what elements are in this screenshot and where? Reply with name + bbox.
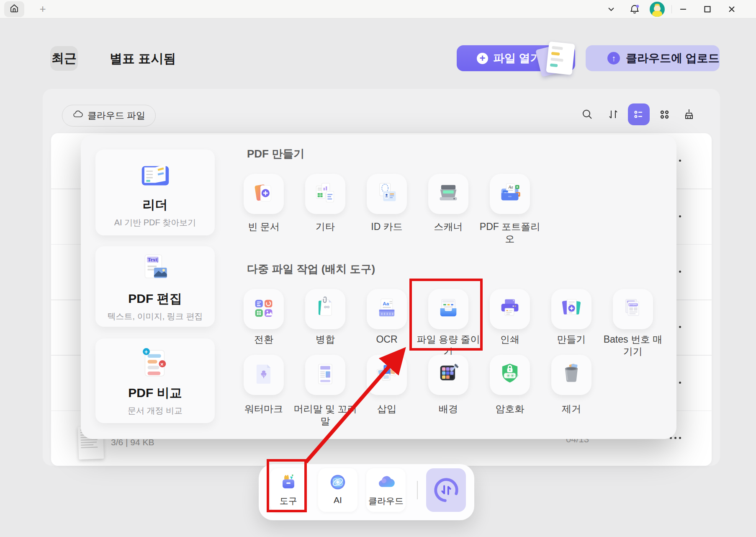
tool-background[interactable] [428, 355, 468, 395]
dock-item-tools[interactable]: 도구 [270, 468, 307, 512]
scanner-icon [436, 181, 461, 207]
tool-compress[interactable] [428, 289, 468, 329]
ocr-icon: Aa [374, 296, 399, 323]
mode-card-subtitle: AI 기반 PDF 찾아보기 [114, 217, 196, 228]
new-tab-button[interactable]: + [37, 3, 49, 15]
tool-label-print: 인쇄 [476, 333, 543, 346]
tool-blank-doc[interactable] [244, 174, 284, 214]
tab-starred[interactable]: 별표 표시됨 [110, 51, 176, 66]
tool-label-convert: 전환 [230, 333, 297, 346]
cloud-files-button[interactable]: 클라우드 파일 [62, 105, 156, 127]
tool-others[interactable] [305, 174, 345, 214]
tool-label-background: 배경 [415, 403, 482, 415]
svg-text:Text|: Text| [147, 257, 158, 263]
header-footer-icon [313, 361, 338, 388]
notifications-bell-icon[interactable] [625, 0, 644, 18]
dock-item-ai[interactable]: AI [318, 468, 357, 512]
bates-icon: 000123 [620, 296, 645, 323]
tool-label-scanner: 스캐너 [415, 221, 482, 233]
tool-scanner[interactable] [428, 174, 468, 214]
svg-text:✳✳✳: ✳✳✳ [506, 373, 519, 378]
tool-merge[interactable] [305, 289, 345, 329]
mode-card-title: 리더 [143, 196, 168, 214]
titlebar-separator [671, 5, 672, 13]
tool-label-merge: 병합 [292, 333, 359, 346]
remove-icon [559, 361, 584, 388]
mode-card-edit[interactable]: Text|PDF 편집텍스트, 이미지, 링크 편집 [95, 246, 215, 327]
tool-label-create: 만들기 [538, 333, 605, 346]
tool-ocr[interactable]: Aa [367, 289, 407, 329]
clean-broom-icon[interactable] [678, 103, 700, 125]
background-icon [436, 361, 461, 388]
tool-label-compress: 파일 용량 줄이기 [415, 333, 482, 358]
tool-label-blank-doc: 빈 문서 [230, 221, 297, 233]
tool-label-portfolio: PDF 포트폴리오 [476, 221, 543, 245]
id-card-icon [374, 181, 399, 207]
tool-label-encrypt: 암호화 [476, 403, 543, 415]
svg-text:000123: 000123 [630, 304, 638, 306]
create-icon [559, 296, 584, 323]
dock-item-cloud[interactable]: 클라우드 [366, 468, 406, 512]
close-button[interactable] [723, 0, 741, 18]
minimize-button[interactable] [674, 0, 692, 18]
row-menu-dots[interactable] [670, 437, 687, 441]
tool-convert[interactable] [244, 289, 284, 329]
search-icon[interactable] [576, 103, 598, 125]
cloud-files-label: 클라우드 파일 [87, 109, 145, 122]
svg-text:+: + [144, 349, 147, 355]
dock-item-label: AI [334, 495, 342, 505]
tool-create[interactable] [551, 289, 591, 329]
tool-label-ocr: OCR [353, 333, 420, 346]
tool-insert[interactable] [367, 355, 407, 395]
tool-encrypt[interactable]: ✳✳✳ [490, 355, 530, 395]
list-view-button[interactable] [628, 103, 650, 125]
tool-bates[interactable]: 000123 [613, 289, 653, 329]
titlebar: + [0, 0, 756, 18]
tool-id-card[interactable] [367, 174, 407, 214]
mode-card-subtitle: 텍스트, 이미지, 링크 편집 [108, 311, 203, 322]
tool-label-insert: 삽입 [353, 403, 420, 415]
sync-sort-button[interactable] [426, 468, 466, 512]
open-file-button[interactable]: + 파일 열기 [457, 45, 575, 71]
cloud-icon [376, 472, 396, 493]
upload-to-cloud-label: 클라우드에 업로드 [626, 51, 720, 66]
reader-icon [137, 157, 173, 193]
dock-item-label: 도구 [280, 495, 297, 507]
convert-icon [251, 296, 276, 323]
dock-separator [417, 481, 418, 499]
bottom-dock: 도구AI클라우드 [259, 464, 474, 520]
mode-card-compare[interactable]: +×PDF 비교문서 개정 비교 [95, 338, 215, 423]
svg-text:X: X [516, 185, 518, 189]
upload-to-cloud-button[interactable]: ↑ 클라우드에 업로드 [586, 45, 720, 71]
tool-label-bates: Bates 번호 매기기 [599, 333, 666, 358]
mode-card-subtitle: 문서 개정 비교 [128, 405, 183, 416]
tool-label-others: 기타 [292, 221, 359, 233]
tool-portfolio[interactable]: AaWXP [490, 174, 530, 214]
plus-circle-icon: + [477, 53, 488, 64]
encrypt-icon: ✳✳✳ [497, 361, 522, 388]
compress-icon [436, 296, 461, 323]
section-title: 다중 파일 작업 (배치 도구) [247, 262, 375, 276]
tools-icon [279, 472, 298, 493]
upload-arrow-icon: ↑ [607, 52, 620, 65]
edit-icon: Text| [137, 251, 173, 287]
svg-text:Aa: Aa [383, 301, 389, 306]
mode-card-reader[interactable]: 리더AI 기반 PDF 찾아보기 [95, 150, 215, 235]
chevron-down-icon[interactable] [602, 0, 620, 18]
svg-text:Aa: Aa [508, 185, 513, 189]
maximize-button[interactable] [698, 0, 717, 18]
sort-icon[interactable] [602, 103, 624, 125]
merge-icon [313, 296, 338, 323]
tab-recent[interactable]: 최근 [50, 46, 78, 71]
tool-remove[interactable] [551, 355, 591, 395]
tool-watermark[interactable] [244, 355, 284, 395]
home-tab[interactable] [4, 1, 24, 17]
tool-print[interactable] [490, 289, 530, 329]
home-icon [9, 3, 19, 15]
portfolio-icon: AaWXP [497, 181, 522, 207]
user-avatar[interactable] [650, 2, 665, 17]
section-title: PDF 만들기 [247, 147, 304, 161]
grid-view-button[interactable] [653, 103, 675, 125]
tool-header-footer[interactable] [305, 355, 345, 395]
blank-doc-icon [251, 181, 276, 207]
